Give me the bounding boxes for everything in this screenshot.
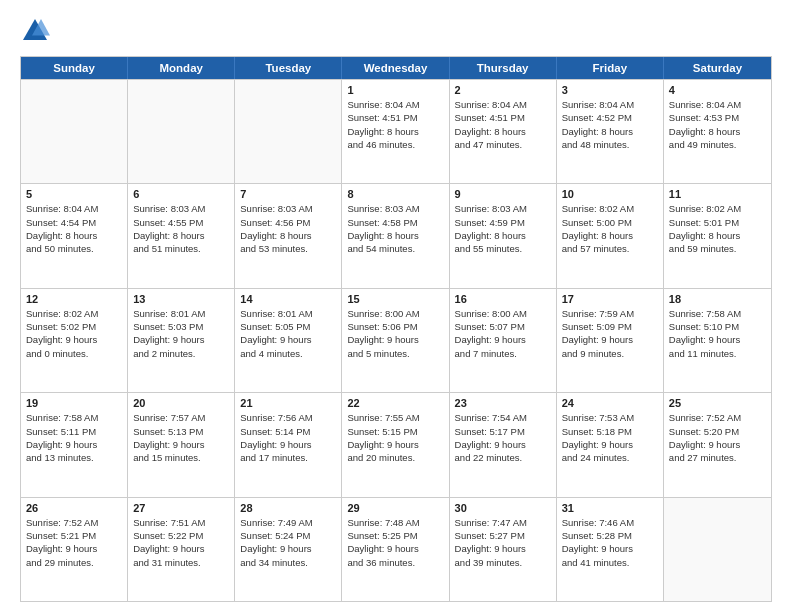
day-number: 16	[455, 293, 551, 305]
calendar-cell-r2-c0: 12Sunrise: 8:02 AM Sunset: 5:02 PM Dayli…	[21, 289, 128, 392]
day-info: Sunrise: 8:04 AM Sunset: 4:52 PM Dayligh…	[562, 98, 658, 151]
logo	[20, 16, 54, 46]
day-number: 18	[669, 293, 766, 305]
day-info: Sunrise: 7:58 AM Sunset: 5:10 PM Dayligh…	[669, 307, 766, 360]
day-info: Sunrise: 8:03 AM Sunset: 4:56 PM Dayligh…	[240, 202, 336, 255]
day-number: 19	[26, 397, 122, 409]
day-info: Sunrise: 7:59 AM Sunset: 5:09 PM Dayligh…	[562, 307, 658, 360]
calendar-cell-r2-c4: 16Sunrise: 8:00 AM Sunset: 5:07 PM Dayli…	[450, 289, 557, 392]
day-number: 10	[562, 188, 658, 200]
day-info: Sunrise: 8:04 AM Sunset: 4:51 PM Dayligh…	[347, 98, 443, 151]
calendar-row-3: 12Sunrise: 8:02 AM Sunset: 5:02 PM Dayli…	[21, 288, 771, 392]
day-number: 31	[562, 502, 658, 514]
logo-icon	[20, 16, 50, 46]
day-info: Sunrise: 8:02 AM Sunset: 5:01 PM Dayligh…	[669, 202, 766, 255]
calendar: SundayMondayTuesdayWednesdayThursdayFrid…	[20, 56, 772, 602]
day-number: 11	[669, 188, 766, 200]
day-number: 8	[347, 188, 443, 200]
day-number: 21	[240, 397, 336, 409]
day-number: 30	[455, 502, 551, 514]
calendar-cell-r1-c4: 9Sunrise: 8:03 AM Sunset: 4:59 PM Daylig…	[450, 184, 557, 287]
page: SundayMondayTuesdayWednesdayThursdayFrid…	[0, 0, 792, 612]
calendar-cell-r3-c1: 20Sunrise: 7:57 AM Sunset: 5:13 PM Dayli…	[128, 393, 235, 496]
day-number: 29	[347, 502, 443, 514]
day-number: 17	[562, 293, 658, 305]
day-number: 14	[240, 293, 336, 305]
day-info: Sunrise: 7:47 AM Sunset: 5:27 PM Dayligh…	[455, 516, 551, 569]
day-info: Sunrise: 7:48 AM Sunset: 5:25 PM Dayligh…	[347, 516, 443, 569]
day-number: 4	[669, 84, 766, 96]
calendar-row-4: 19Sunrise: 7:58 AM Sunset: 5:11 PM Dayli…	[21, 392, 771, 496]
day-number: 9	[455, 188, 551, 200]
calendar-cell-r4-c5: 31Sunrise: 7:46 AM Sunset: 5:28 PM Dayli…	[557, 498, 664, 601]
weekday-header-friday: Friday	[557, 57, 664, 79]
header	[20, 16, 772, 46]
calendar-header: SundayMondayTuesdayWednesdayThursdayFrid…	[21, 57, 771, 79]
day-info: Sunrise: 8:02 AM Sunset: 5:02 PM Dayligh…	[26, 307, 122, 360]
day-info: Sunrise: 8:03 AM Sunset: 4:59 PM Dayligh…	[455, 202, 551, 255]
day-info: Sunrise: 7:57 AM Sunset: 5:13 PM Dayligh…	[133, 411, 229, 464]
weekday-header-saturday: Saturday	[664, 57, 771, 79]
weekday-header-wednesday: Wednesday	[342, 57, 449, 79]
calendar-cell-r4-c3: 29Sunrise: 7:48 AM Sunset: 5:25 PM Dayli…	[342, 498, 449, 601]
calendar-row-5: 26Sunrise: 7:52 AM Sunset: 5:21 PM Dayli…	[21, 497, 771, 601]
calendar-cell-r2-c1: 13Sunrise: 8:01 AM Sunset: 5:03 PM Dayli…	[128, 289, 235, 392]
day-number: 2	[455, 84, 551, 96]
day-info: Sunrise: 8:02 AM Sunset: 5:00 PM Dayligh…	[562, 202, 658, 255]
day-info: Sunrise: 7:51 AM Sunset: 5:22 PM Dayligh…	[133, 516, 229, 569]
day-info: Sunrise: 8:03 AM Sunset: 4:58 PM Dayligh…	[347, 202, 443, 255]
day-info: Sunrise: 7:54 AM Sunset: 5:17 PM Dayligh…	[455, 411, 551, 464]
calendar-cell-r0-c6: 4Sunrise: 8:04 AM Sunset: 4:53 PM Daylig…	[664, 80, 771, 183]
calendar-cell-r0-c4: 2Sunrise: 8:04 AM Sunset: 4:51 PM Daylig…	[450, 80, 557, 183]
calendar-body: 1Sunrise: 8:04 AM Sunset: 4:51 PM Daylig…	[21, 79, 771, 601]
weekday-header-monday: Monday	[128, 57, 235, 79]
day-info: Sunrise: 7:52 AM Sunset: 5:20 PM Dayligh…	[669, 411, 766, 464]
day-number: 25	[669, 397, 766, 409]
day-info: Sunrise: 7:49 AM Sunset: 5:24 PM Dayligh…	[240, 516, 336, 569]
calendar-row-2: 5Sunrise: 8:04 AM Sunset: 4:54 PM Daylig…	[21, 183, 771, 287]
calendar-cell-r0-c1	[128, 80, 235, 183]
calendar-cell-r3-c4: 23Sunrise: 7:54 AM Sunset: 5:17 PM Dayli…	[450, 393, 557, 496]
calendar-cell-r0-c3: 1Sunrise: 8:04 AM Sunset: 4:51 PM Daylig…	[342, 80, 449, 183]
day-info: Sunrise: 7:53 AM Sunset: 5:18 PM Dayligh…	[562, 411, 658, 464]
calendar-cell-r3-c3: 22Sunrise: 7:55 AM Sunset: 5:15 PM Dayli…	[342, 393, 449, 496]
calendar-cell-r4-c1: 27Sunrise: 7:51 AM Sunset: 5:22 PM Dayli…	[128, 498, 235, 601]
day-number: 20	[133, 397, 229, 409]
calendar-cell-r1-c6: 11Sunrise: 8:02 AM Sunset: 5:01 PM Dayli…	[664, 184, 771, 287]
calendar-cell-r3-c6: 25Sunrise: 7:52 AM Sunset: 5:20 PM Dayli…	[664, 393, 771, 496]
day-info: Sunrise: 8:03 AM Sunset: 4:55 PM Dayligh…	[133, 202, 229, 255]
calendar-cell-r3-c2: 21Sunrise: 7:56 AM Sunset: 5:14 PM Dayli…	[235, 393, 342, 496]
weekday-header-tuesday: Tuesday	[235, 57, 342, 79]
day-number: 5	[26, 188, 122, 200]
calendar-cell-r0-c2	[235, 80, 342, 183]
day-info: Sunrise: 7:52 AM Sunset: 5:21 PM Dayligh…	[26, 516, 122, 569]
day-info: Sunrise: 8:00 AM Sunset: 5:07 PM Dayligh…	[455, 307, 551, 360]
day-number: 3	[562, 84, 658, 96]
day-number: 26	[26, 502, 122, 514]
day-info: Sunrise: 7:58 AM Sunset: 5:11 PM Dayligh…	[26, 411, 122, 464]
day-number: 23	[455, 397, 551, 409]
day-info: Sunrise: 8:04 AM Sunset: 4:54 PM Dayligh…	[26, 202, 122, 255]
calendar-cell-r0-c0	[21, 80, 128, 183]
day-info: Sunrise: 7:55 AM Sunset: 5:15 PM Dayligh…	[347, 411, 443, 464]
calendar-cell-r1-c5: 10Sunrise: 8:02 AM Sunset: 5:00 PM Dayli…	[557, 184, 664, 287]
weekday-header-thursday: Thursday	[450, 57, 557, 79]
day-number: 15	[347, 293, 443, 305]
day-number: 22	[347, 397, 443, 409]
weekday-header-sunday: Sunday	[21, 57, 128, 79]
day-number: 24	[562, 397, 658, 409]
calendar-cell-r4-c4: 30Sunrise: 7:47 AM Sunset: 5:27 PM Dayli…	[450, 498, 557, 601]
calendar-cell-r2-c2: 14Sunrise: 8:01 AM Sunset: 5:05 PM Dayli…	[235, 289, 342, 392]
calendar-cell-r1-c2: 7Sunrise: 8:03 AM Sunset: 4:56 PM Daylig…	[235, 184, 342, 287]
day-number: 28	[240, 502, 336, 514]
day-number: 27	[133, 502, 229, 514]
day-info: Sunrise: 8:00 AM Sunset: 5:06 PM Dayligh…	[347, 307, 443, 360]
calendar-cell-r3-c0: 19Sunrise: 7:58 AM Sunset: 5:11 PM Dayli…	[21, 393, 128, 496]
day-info: Sunrise: 8:04 AM Sunset: 4:51 PM Dayligh…	[455, 98, 551, 151]
calendar-cell-r1-c3: 8Sunrise: 8:03 AM Sunset: 4:58 PM Daylig…	[342, 184, 449, 287]
calendar-cell-r1-c1: 6Sunrise: 8:03 AM Sunset: 4:55 PM Daylig…	[128, 184, 235, 287]
calendar-cell-r2-c3: 15Sunrise: 8:00 AM Sunset: 5:06 PM Dayli…	[342, 289, 449, 392]
calendar-row-1: 1Sunrise: 8:04 AM Sunset: 4:51 PM Daylig…	[21, 79, 771, 183]
day-info: Sunrise: 8:01 AM Sunset: 5:05 PM Dayligh…	[240, 307, 336, 360]
calendar-cell-r2-c5: 17Sunrise: 7:59 AM Sunset: 5:09 PM Dayli…	[557, 289, 664, 392]
